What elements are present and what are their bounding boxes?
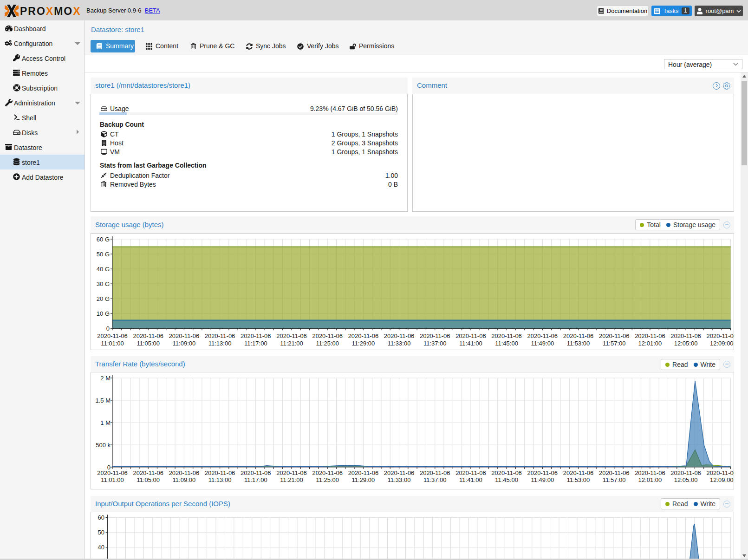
svg-text:1.5 M: 1.5 M xyxy=(95,397,111,404)
svg-text:11:37:00: 11:37:00 xyxy=(423,476,447,483)
svg-text:2020-11-06: 2020-11-06 xyxy=(707,469,734,476)
svg-text:11:13:00: 11:13:00 xyxy=(208,340,232,347)
svg-text:2020-11-06: 2020-11-06 xyxy=(527,332,558,339)
svg-text:2020-11-06: 2020-11-06 xyxy=(384,332,415,339)
svg-text:11:33:00: 11:33:00 xyxy=(388,340,411,347)
svg-text:11:17:00: 11:17:00 xyxy=(244,476,267,483)
svg-text:2020-11-06: 2020-11-06 xyxy=(599,469,630,476)
svg-text:11:49:00: 11:49:00 xyxy=(531,340,554,347)
svg-text:11:57:00: 11:57:00 xyxy=(603,476,626,483)
svg-text:2020-11-06: 2020-11-06 xyxy=(455,332,486,339)
svg-text:2020-11-06: 2020-11-06 xyxy=(312,332,343,339)
svg-text:11:49:00: 11:49:00 xyxy=(531,476,554,483)
svg-text:11:09:00: 11:09:00 xyxy=(173,340,196,347)
svg-text:12:05:00: 12:05:00 xyxy=(674,340,698,347)
svg-text:2020-11-06: 2020-11-06 xyxy=(241,332,271,339)
svg-text:50 G: 50 G xyxy=(97,251,110,258)
svg-text:11:17:00: 11:17:00 xyxy=(244,340,267,347)
svg-text:2020-11-06: 2020-11-06 xyxy=(635,332,665,339)
svg-text:11:29:00: 11:29:00 xyxy=(352,476,375,483)
svg-text:2020-11-06: 2020-11-06 xyxy=(133,332,163,339)
svg-text:11:21:00: 11:21:00 xyxy=(280,340,303,347)
svg-text:11:01:00: 11:01:00 xyxy=(101,476,124,483)
svg-text:2020-11-06: 2020-11-06 xyxy=(133,469,163,476)
svg-text:11:05:00: 11:05:00 xyxy=(137,340,160,347)
svg-text:2020-11-06: 2020-11-06 xyxy=(491,332,522,339)
svg-text:2020-11-06: 2020-11-06 xyxy=(348,469,379,476)
svg-text:11:45:00: 11:45:00 xyxy=(495,340,518,347)
svg-text:40: 40 xyxy=(98,544,104,551)
svg-text:20 G: 20 G xyxy=(97,295,110,302)
svg-text:50: 50 xyxy=(98,529,104,536)
svg-text:0: 0 xyxy=(106,325,110,332)
svg-text:2020-11-06: 2020-11-06 xyxy=(205,332,235,339)
svg-text:60: 60 xyxy=(98,514,104,521)
svg-text:2020-11-06: 2020-11-06 xyxy=(241,469,271,476)
svg-text:11:05:00: 11:05:00 xyxy=(137,476,160,483)
svg-text:11:09:00: 11:09:00 xyxy=(173,476,196,483)
svg-text:2020-11-06: 2020-11-06 xyxy=(169,469,200,476)
svg-text:11:13:00: 11:13:00 xyxy=(208,476,232,483)
svg-text:2020-11-06: 2020-11-06 xyxy=(599,332,630,339)
svg-text:11:41:00: 11:41:00 xyxy=(459,476,482,483)
svg-text:2020-11-06: 2020-11-06 xyxy=(97,469,128,476)
svg-text:60 G: 60 G xyxy=(97,236,110,243)
svg-text:2020-11-06: 2020-11-06 xyxy=(169,332,200,339)
svg-text:500 k: 500 k xyxy=(96,442,111,449)
svg-text:2020-11-06: 2020-11-06 xyxy=(635,469,665,476)
svg-text:2020-11-06: 2020-11-06 xyxy=(527,469,558,476)
svg-text:2020-11-06: 2020-11-06 xyxy=(97,332,128,339)
svg-text:2020-11-06: 2020-11-06 xyxy=(707,332,734,339)
svg-text:2020-11-06: 2020-11-06 xyxy=(312,469,343,476)
svg-text:11:01:00: 11:01:00 xyxy=(101,340,124,347)
svg-text:2020-11-06: 2020-11-06 xyxy=(563,332,594,339)
svg-text:2020-11-06: 2020-11-06 xyxy=(491,469,522,476)
svg-text:11:33:00: 11:33:00 xyxy=(388,476,411,483)
svg-text:1 M: 1 M xyxy=(100,419,111,426)
svg-text:2020-11-06: 2020-11-06 xyxy=(384,469,415,476)
svg-text:11:25:00: 11:25:00 xyxy=(316,340,339,347)
svg-text:2020-11-06: 2020-11-06 xyxy=(420,469,450,476)
svg-text:2020-11-06: 2020-11-06 xyxy=(420,332,450,339)
svg-text:11:21:00: 11:21:00 xyxy=(280,476,303,483)
svg-text:2020-11-06: 2020-11-06 xyxy=(670,332,701,339)
svg-text:2 M: 2 M xyxy=(100,375,111,382)
svg-text:11:25:00: 11:25:00 xyxy=(316,476,339,483)
svg-text:30 G: 30 G xyxy=(97,280,110,287)
svg-text:12:01:00: 12:01:00 xyxy=(638,476,662,483)
svg-text:2020-11-06: 2020-11-06 xyxy=(563,469,594,476)
svg-text:2020-11-06: 2020-11-06 xyxy=(276,332,307,339)
svg-text:11:41:00: 11:41:00 xyxy=(459,340,482,347)
svg-text:12:05:00: 12:05:00 xyxy=(674,476,698,483)
svg-text:2020-11-06: 2020-11-06 xyxy=(276,469,307,476)
svg-text:40 G: 40 G xyxy=(97,266,110,273)
svg-text:2020-11-06: 2020-11-06 xyxy=(348,332,379,339)
svg-text:11:53:00: 11:53:00 xyxy=(567,476,590,483)
svg-text:11:45:00: 11:45:00 xyxy=(495,476,518,483)
svg-text:10 G: 10 G xyxy=(97,310,110,317)
svg-text:2020-11-06: 2020-11-06 xyxy=(455,469,486,476)
svg-text:11:57:00: 11:57:00 xyxy=(603,340,626,347)
svg-text:2020-11-06: 2020-11-06 xyxy=(670,469,701,476)
svg-text:11:29:00: 11:29:00 xyxy=(352,340,375,347)
svg-text:11:37:00: 11:37:00 xyxy=(423,340,447,347)
svg-text:12:01:00: 12:01:00 xyxy=(638,340,662,347)
svg-text:12:09:00: 12:09:00 xyxy=(710,476,734,483)
svg-text:12:09:00: 12:09:00 xyxy=(710,340,734,347)
svg-text:2020-11-06: 2020-11-06 xyxy=(205,469,235,476)
svg-text:11:53:00: 11:53:00 xyxy=(567,340,590,347)
